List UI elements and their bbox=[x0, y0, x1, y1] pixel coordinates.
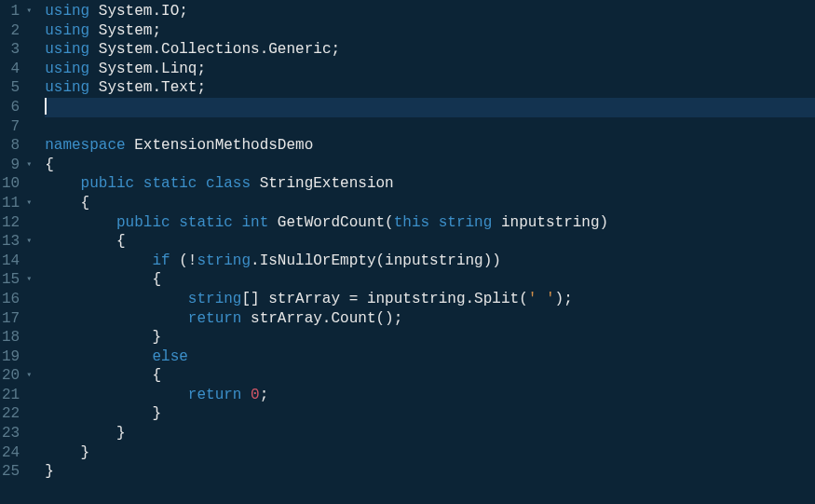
token-id: strArray bbox=[251, 310, 322, 327]
line-number: 20▾ bbox=[2, 366, 32, 386]
token-id: inputstring bbox=[385, 252, 483, 269]
code-line[interactable]: return 0; bbox=[45, 386, 815, 405]
line-number-value: 15 bbox=[2, 270, 20, 290]
token-pn: (); bbox=[375, 310, 402, 327]
token-pn: ; bbox=[152, 22, 161, 39]
token-ty: string bbox=[188, 291, 242, 307]
code-line[interactable]: public static class StringExtension bbox=[45, 174, 815, 194]
code-line[interactable]: } bbox=[45, 404, 815, 424]
token-pn: [] bbox=[241, 291, 268, 307]
line-number-value: 9 bbox=[11, 156, 20, 175]
token-k: static bbox=[179, 214, 241, 231]
line-number: 12 bbox=[2, 213, 32, 233]
code-line[interactable]: { bbox=[45, 270, 815, 290]
token-k: using bbox=[45, 79, 99, 96]
code-line[interactable]: using System.Text; bbox=[45, 78, 815, 98]
code-line[interactable]: using System.IO; bbox=[45, 2, 815, 21]
line-number: 24 bbox=[2, 443, 32, 463]
token-k: public bbox=[116, 214, 179, 231]
line-number-value: 13 bbox=[2, 232, 20, 252]
indent bbox=[45, 233, 116, 250]
code-line[interactable]: using System.Linq; bbox=[45, 60, 815, 79]
line-number: 15▾ bbox=[2, 270, 32, 290]
token-ns: Generic bbox=[268, 41, 331, 58]
code-line[interactable]: } bbox=[45, 424, 815, 443]
line-number: 21 bbox=[2, 386, 32, 405]
code-line[interactable] bbox=[45, 117, 815, 137]
fold-toggle-icon[interactable]: ▾ bbox=[22, 270, 32, 290]
token-ns: System bbox=[99, 41, 153, 58]
token-pn: } bbox=[152, 329, 161, 346]
line-number-value: 11 bbox=[2, 194, 20, 213]
line-number-value: 18 bbox=[2, 328, 20, 347]
code-line[interactable]: } bbox=[45, 443, 815, 463]
fold-toggle-icon[interactable]: ▾ bbox=[22, 2, 32, 21]
code-line[interactable]: } bbox=[45, 328, 815, 347]
token-k: using bbox=[45, 61, 99, 77]
token-pn: { bbox=[152, 271, 161, 288]
code-line[interactable]: else bbox=[45, 347, 815, 367]
code-line[interactable]: using System; bbox=[45, 21, 815, 41]
code-line[interactable]: return strArray.Count(); bbox=[45, 309, 815, 329]
code-line[interactable]: string[] strArray = inputstring.Split(' … bbox=[45, 290, 815, 309]
fold-toggle-icon[interactable]: ▾ bbox=[22, 232, 32, 252]
token-ns: System bbox=[99, 3, 153, 20]
token-pn: } bbox=[81, 444, 90, 461]
code-editor[interactable]: 1▾23456789▾1011▾1213▾1415▾1617181920▾212… bbox=[0, 0, 815, 504]
code-line[interactable]: public static int GetWordCount(this stri… bbox=[45, 213, 815, 233]
fold-toggle-icon[interactable]: ▾ bbox=[22, 156, 32, 175]
code-line[interactable] bbox=[45, 98, 815, 117]
token-op: = bbox=[340, 291, 367, 307]
token-fn: Split bbox=[474, 291, 519, 307]
indent bbox=[45, 271, 152, 288]
line-number: 19 bbox=[2, 347, 32, 367]
fold-toggle-icon[interactable]: ▾ bbox=[22, 366, 32, 386]
token-id: inputstring bbox=[501, 214, 600, 231]
code-line[interactable]: { bbox=[45, 366, 815, 386]
token-pn: ); bbox=[555, 291, 573, 307]
line-number-value: 19 bbox=[2, 347, 20, 367]
line-number: 11▾ bbox=[2, 194, 32, 213]
indent bbox=[45, 310, 188, 327]
token-pn: { bbox=[81, 195, 90, 211]
code-line[interactable]: { bbox=[45, 156, 815, 175]
token-pn: } bbox=[45, 463, 54, 480]
indent bbox=[45, 175, 80, 192]
line-number: 13▾ bbox=[2, 232, 32, 252]
indent bbox=[45, 291, 188, 307]
text-cursor bbox=[45, 98, 47, 115]
code-line[interactable]: using System.Collections.Generic; bbox=[45, 40, 815, 60]
token-ns: Text bbox=[161, 79, 197, 96]
line-number-value: 5 bbox=[11, 78, 20, 98]
code-line[interactable]: namespace ExtensionMethodsDemo bbox=[45, 136, 815, 156]
fold-toggle-icon[interactable]: ▾ bbox=[22, 194, 32, 213]
token-ns: Collections bbox=[161, 41, 260, 58]
token-fn: GetWordCount bbox=[278, 214, 385, 231]
code-line[interactable]: { bbox=[45, 194, 815, 213]
line-number-value: 1 bbox=[11, 2, 20, 21]
line-number: 3 bbox=[2, 40, 32, 60]
line-number: 17 bbox=[2, 309, 32, 329]
token-k: if bbox=[152, 252, 179, 269]
line-number-value: 21 bbox=[2, 386, 20, 405]
line-number: 5 bbox=[2, 78, 32, 98]
line-number: 23 bbox=[2, 424, 32, 443]
token-pn: { bbox=[45, 157, 54, 173]
indent bbox=[45, 348, 152, 365]
line-number: 6 bbox=[2, 98, 32, 117]
line-number-value: 8 bbox=[11, 136, 20, 156]
code-area[interactable]: using System.IO;using System;using Syste… bbox=[37, 0, 815, 504]
code-line[interactable]: { bbox=[45, 232, 815, 252]
line-number-value: 3 bbox=[11, 40, 20, 60]
token-pn: . bbox=[152, 61, 161, 77]
line-number: 7 bbox=[2, 117, 32, 137]
token-pn: . bbox=[466, 291, 475, 307]
line-number: 16 bbox=[2, 290, 32, 309]
token-pn: { bbox=[152, 367, 161, 384]
token-str: ' ' bbox=[528, 291, 555, 307]
token-pn: ( bbox=[519, 291, 528, 307]
code-line[interactable]: } bbox=[45, 462, 815, 482]
code-line[interactable]: if (!string.IsNullOrEmpty(inputstring)) bbox=[45, 252, 815, 271]
line-number: 1▾ bbox=[2, 2, 32, 21]
line-number-value: 22 bbox=[2, 404, 20, 424]
